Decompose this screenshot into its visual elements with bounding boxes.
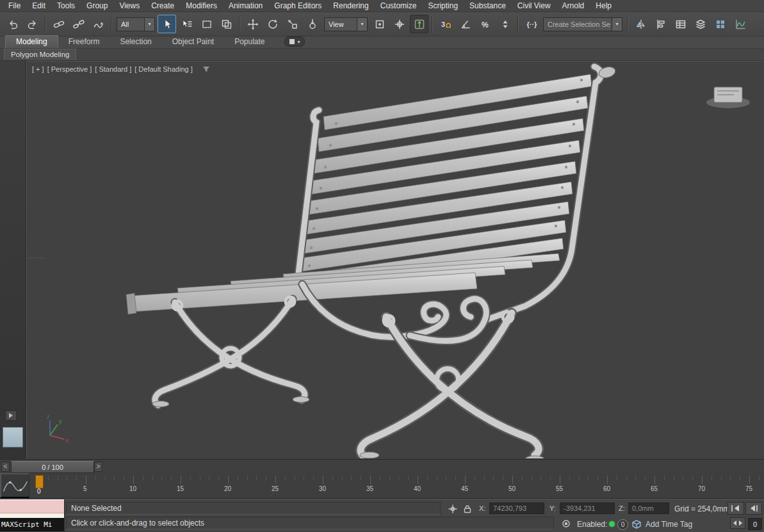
menu-civil-view[interactable]: Civil View — [512, 1, 557, 11]
redo-button[interactable] — [23, 15, 42, 33]
world-axis-gizmo: x y z — [47, 414, 69, 444]
menu-substance[interactable]: Substance — [464, 1, 512, 11]
ribbon-config-button[interactable]: ▾ — [284, 36, 305, 47]
maxscript-listener-line[interactable] — [0, 513, 64, 518]
percent-snap-icon: % — [480, 19, 491, 30]
undo-button[interactable] — [3, 15, 22, 33]
subtab-polygon-modeling[interactable]: Polygon Modeling — [4, 49, 76, 60]
menu-views[interactable]: Views — [113, 1, 145, 11]
timeline-marker-label: 0 — [37, 488, 41, 495]
select-and-scale-button[interactable] — [283, 15, 302, 33]
pivot-center-icon — [374, 19, 386, 30]
viewport-menu-pov[interactable]: [ Perspective ] — [47, 65, 92, 73]
align-button[interactable] — [651, 15, 670, 33]
select-and-link-button[interactable] — [49, 15, 68, 33]
select-and-rotate-button[interactable] — [263, 15, 282, 33]
menu-modifiers[interactable]: Modifiers — [180, 1, 223, 11]
bench-3d-model[interactable]: x y z — [27, 61, 764, 458]
menu-animation[interactable]: Animation — [223, 1, 268, 11]
current-frame-field[interactable]: 0 — [748, 518, 762, 530]
mini-curve-editor-button[interactable] — [0, 473, 29, 498]
menu-scripting[interactable]: Scripting — [422, 1, 464, 11]
reference-coordinate-dropdown[interactable]: View ▾ — [324, 17, 368, 31]
status-badge-zero[interactable]: 0 — [617, 519, 628, 530]
viewport-menu-shading[interactable]: [ Default Shading ] — [134, 65, 193, 73]
window-crossing-icon — [221, 19, 232, 30]
menu-group[interactable]: Group — [81, 1, 113, 11]
main-toolbar: All ▾ View ▾ 3 % — [0, 12, 764, 36]
menu-customize[interactable]: Customize — [375, 1, 423, 11]
ribbon-tab-selection[interactable]: Selection — [110, 36, 161, 48]
selection-filter-dropdown[interactable]: All ▾ — [117, 17, 155, 31]
time-slider-track[interactable]: < 0 / 100 > — [0, 459, 764, 473]
panel-expand-button[interactable] — [5, 410, 17, 421]
time-slider-handle[interactable]: 0 / 100 — [11, 461, 94, 473]
menu-rendering[interactable]: Rendering — [327, 1, 374, 11]
go-to-start-button[interactable] — [727, 502, 744, 515]
toggle-layer-explorer-button[interactable] — [691, 15, 710, 33]
ribbon-grid-icon — [715, 19, 726, 30]
window-crossing-toggle-button[interactable] — [217, 15, 236, 33]
use-pivot-center-button[interactable] — [370, 15, 389, 33]
ribbon-tab-object-paint[interactable]: Object Paint — [162, 36, 224, 48]
spinner-snap-button[interactable] — [496, 15, 514, 33]
unlink-selection-button[interactable] — [69, 15, 88, 33]
timeline-current-frame-marker[interactable] — [35, 475, 44, 488]
maxscript-mini-listener[interactable]: MAXScript Mi — [0, 499, 65, 532]
y-coordinate-field[interactable]: -3934,231 — [560, 503, 615, 514]
workspace: [ + ] [ Perspective ] [ Standard ] [ Def… — [0, 61, 764, 459]
left-right-arrows-icon — [733, 520, 743, 526]
menu-create[interactable]: Create — [145, 1, 180, 11]
edit-named-selection-sets-button[interactable]: {··} — [522, 15, 540, 33]
menu-tools[interactable]: Tools — [51, 1, 81, 11]
selection-lock-button[interactable] — [461, 503, 474, 515]
select-by-name-button[interactable] — [177, 15, 196, 33]
time-tag-menu-button[interactable] — [560, 517, 573, 530]
curve-editor-button[interactable] — [731, 15, 749, 33]
time-tag-cube-button[interactable] — [630, 518, 643, 531]
ribbon-tab-freeform[interactable]: Freeform — [58, 36, 110, 48]
scene-logo-object[interactable] — [706, 87, 750, 108]
toggle-ribbon-button[interactable] — [711, 15, 729, 33]
menu-arnold[interactable]: Arnold — [557, 1, 590, 11]
mirror-button[interactable] — [631, 15, 650, 33]
menu-file[interactable]: File — [3, 1, 26, 11]
select-and-manipulate-button[interactable] — [390, 15, 409, 33]
z-coordinate-value: 0,0mm — [632, 504, 654, 512]
next-frame-button[interactable]: > — [94, 462, 102, 472]
prompt-text: Click or click-and-drag to select object… — [71, 519, 204, 528]
add-time-tag-label[interactable]: Add Time Tag — [646, 520, 692, 529]
select-object-button[interactable] — [158, 15, 176, 33]
snap-toggle-3d-button[interactable]: 3 — [436, 15, 455, 33]
menu-help[interactable]: Help — [590, 1, 617, 11]
filter-funnel-icon[interactable] — [202, 66, 210, 72]
select-and-move-button[interactable] — [243, 15, 262, 33]
angle-snap-button[interactable] — [456, 15, 475, 33]
status-badge-zero-value: 0 — [621, 521, 625, 528]
keyboard-shortcut-override-button[interactable] — [410, 15, 428, 33]
menu-graph-editors[interactable]: Graph Editors — [268, 1, 327, 11]
previous-key-button[interactable] — [745, 502, 762, 515]
ribbon-tab-populate[interactable]: Populate — [224, 36, 275, 48]
z-coordinate-field[interactable]: 0,0mm — [628, 503, 669, 514]
menu-edit[interactable]: Edit — [26, 1, 51, 11]
rectangular-selection-region-button[interactable] — [197, 15, 216, 33]
isolate-selection-button[interactable] — [446, 503, 459, 515]
chevron-down-icon: ▾ — [298, 39, 300, 45]
ribbon-subtab-bar: Polygon Modeling — [0, 49, 764, 61]
bind-to-space-warp-button[interactable] — [89, 15, 108, 33]
viewport-menu-general[interactable]: [ + ] — [32, 65, 44, 73]
toggle-scene-explorer-button[interactable] — [671, 15, 690, 33]
percent-snap-button[interactable]: % — [476, 15, 494, 33]
select-and-place-button[interactable] — [303, 15, 321, 33]
frame-nav-button[interactable] — [730, 517, 745, 529]
previous-frame-button[interactable]: < — [1, 462, 10, 472]
timeline-ruler[interactable]: 0 5 10 15 20 25 30 35 40 45 50 55 60 65 … — [0, 473, 764, 499]
perspective-viewport[interactable]: [ + ] [ Perspective ] [ Standard ] [ Def… — [26, 61, 764, 459]
x-coordinate-field[interactable]: 74230,793 — [489, 503, 544, 514]
material-swatch[interactable] — [3, 427, 23, 447]
named-selection-set-dropdown[interactable]: Create Selection Se ▾ — [543, 17, 622, 31]
ribbon-tab-modeling[interactable]: Modeling — [5, 35, 58, 48]
viewport-menu-renderer[interactable]: [ Standard ] — [95, 65, 131, 73]
maxscript-macro-line[interactable] — [0, 499, 64, 513]
